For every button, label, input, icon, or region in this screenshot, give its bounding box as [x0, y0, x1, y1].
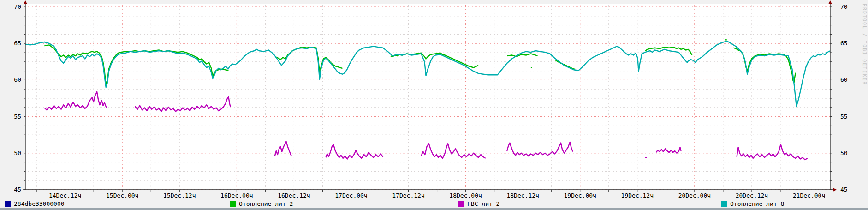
arrow-up-right [828, 0, 832, 4]
legend-label: Отопление лит 2 [239, 200, 293, 207]
legend-swatch-icon [5, 201, 11, 207]
x-axis-label: 16Dec,12ч [278, 192, 310, 199]
x-axis-label: 21Dec,00ч [793, 192, 825, 199]
y-axis-label: 65 [4, 40, 21, 47]
y-axis-label: 65 [840, 40, 858, 47]
legend-swatch-icon [230, 201, 236, 207]
x-axis-label: 16Dec,00ч [220, 192, 253, 199]
chart-canvas [0, 0, 868, 210]
x-axis-label: 20Dec,00ч [678, 192, 711, 199]
y-axis-label: 70 [840, 4, 858, 10]
y-axis-label: 60 [840, 77, 858, 83]
bottom-strip [0, 208, 868, 210]
rrd-graph: 706560555045 706560555045 14Dec,12ч15Dec… [0, 0, 868, 210]
x-axis-label: 17Dec,00ч [335, 192, 367, 199]
legend-item: Отопление лит 2 [230, 200, 293, 207]
x-axis-label: 18Dec,12ч [506, 192, 539, 199]
x-axis-label: 18Dec,00ч [449, 192, 482, 199]
legend-label: ГВС лит 2 [467, 200, 499, 207]
y-axis-label: 45 [4, 186, 21, 193]
x-axis-label: 15Dec,12ч [163, 192, 196, 199]
y-axis-label: 50 [4, 150, 21, 156]
y-axis-label: 50 [840, 150, 858, 156]
legend-item: 284dbe33000000 [5, 200, 65, 207]
y-axis-label: 60 [4, 77, 21, 83]
legend-label: 284dbe33000000 [14, 200, 65, 207]
legend-label: Отопление лит 8 [730, 200, 784, 207]
arrow-up-left [24, 0, 27, 4]
y-axis-label: 55 [840, 114, 858, 120]
arrow-right [833, 188, 837, 192]
rrdtool-watermark: RRDTOOL / TOBI OETIKER [862, 4, 867, 85]
plot-area [25, 4, 830, 190]
legend-swatch-icon [721, 201, 727, 207]
x-axis-label: 19Dec,00ч [564, 192, 596, 199]
y-axis-label: 45 [840, 186, 858, 193]
y-axis-label: 70 [4, 4, 21, 10]
x-axis-label: 17Dec,12ч [392, 192, 424, 199]
x-axis-label: 14Dec,12ч [49, 192, 81, 199]
x-axis-label: 20Dec,12ч [736, 192, 768, 199]
x-axis-label: 15Dec,00ч [106, 192, 138, 199]
x-axis-label: 19Dec,12ч [621, 192, 654, 199]
y-axis-label: 55 [4, 114, 21, 120]
legend-swatch-icon [458, 201, 464, 207]
legend-item: Отопление лит 8 [721, 200, 784, 207]
legend-item: ГВС лит 2 [458, 200, 499, 207]
